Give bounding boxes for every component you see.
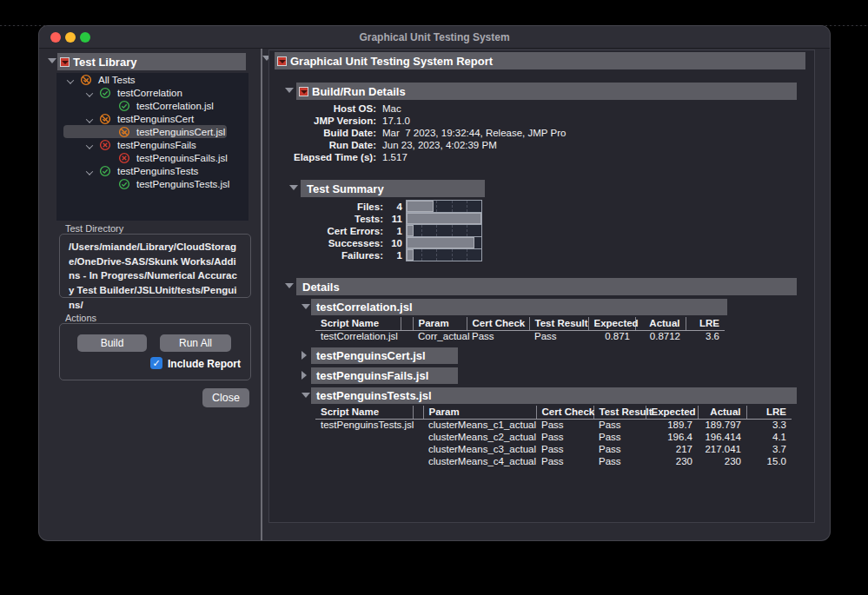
table-cell: 15.0: [746, 455, 792, 467]
expander-chevron-icon[interactable]: [86, 89, 93, 96]
close-button[interactable]: Close: [202, 388, 249, 407]
table-cell: 196.414: [698, 431, 746, 443]
tree-item-label: All Tests: [98, 75, 136, 85]
build-run-disclosure-icon[interactable]: [285, 88, 294, 93]
tree-item[interactable]: testPenguinsFails.jsl: [56, 151, 248, 164]
table-cell: Pass: [593, 431, 646, 443]
table-cell: 230: [646, 455, 698, 467]
pass-check-icon: [99, 87, 111, 99]
table-cell: 4.1: [746, 431, 792, 443]
field-value: 1.517: [382, 152, 407, 162]
tree-item-label: testPenguinsTests: [117, 166, 198, 176]
column-header: Param: [413, 317, 467, 330]
table-cell: 0.8712: [635, 330, 686, 342]
tree-item[interactable]: testPenguinsTests: [56, 164, 248, 177]
chart-bar: [407, 225, 414, 236]
expander-chevron-icon[interactable]: [86, 142, 93, 149]
table-cell: clusterMeans_c1_actual: [423, 419, 536, 431]
hotspot-menu-icon[interactable]: [60, 57, 70, 67]
expander-chevron-icon[interactable]: [67, 76, 74, 83]
table-cell: Corr_actual: [413, 330, 467, 342]
tree-item-label: testPenguinsFails: [117, 140, 196, 150]
table-cell: 217.041: [698, 443, 746, 455]
test-library-disclosure-icon[interactable]: [48, 58, 56, 63]
gridline: [452, 201, 453, 212]
table-cell: 0.871: [588, 330, 635, 342]
table-cell: [315, 455, 413, 467]
table-cell: Pass: [593, 419, 646, 431]
tree-item[interactable]: testPenguinsCert: [56, 112, 248, 125]
include-report-label: Include Report: [168, 358, 241, 370]
chart-bar: [407, 249, 414, 261]
chevron-slot: [103, 154, 117, 162]
expander-chevron-icon[interactable]: [86, 116, 93, 122]
chevron-slot: [103, 102, 117, 110]
table-cell: [315, 443, 413, 455]
test-directory-label: Test Directory: [65, 223, 123, 234]
title-bar[interactable]: Graphical Unit Testing System: [39, 26, 830, 49]
tree-item[interactable]: testCorrelation.jsl: [56, 99, 248, 112]
table-cell: 217: [646, 443, 698, 455]
table-cell: Pass: [529, 330, 588, 342]
details-disclosure-icon[interactable]: [285, 283, 294, 288]
build-run-header: Build/Run Details: [296, 83, 797, 100]
report-panel: Graphical Unit Testing System Report Bui…: [268, 50, 815, 523]
section-header: testPenguinsCert.jsl: [311, 347, 458, 364]
section-disclosure-icon[interactable]: [301, 371, 307, 380]
chevron-slot: [65, 76, 79, 84]
tree-item-label: testCorrelation: [117, 88, 182, 98]
table-cell: Pass: [536, 455, 593, 467]
table-cell: 196.4: [646, 431, 698, 443]
build-button[interactable]: Build: [77, 334, 147, 352]
table-cell: [413, 431, 423, 443]
report-header: Graphical Unit Testing System Report: [275, 52, 805, 69]
tree-item[interactable]: testPenguinsCert.jsl: [56, 125, 248, 138]
gridline: [467, 201, 467, 212]
expander-chevron-icon[interactable]: [86, 168, 93, 175]
actions-label: Actions: [65, 313, 96, 323]
chevron-slot: [103, 128, 117, 136]
tree-item-label: testPenguinsFails.jsl: [136, 153, 228, 163]
table-cell: 3.6: [686, 330, 725, 342]
table-row: clusterMeans_c4_actualPassPass23023015.0: [315, 455, 792, 467]
test-summary-disclosure-icon[interactable]: [289, 185, 298, 190]
tree-item[interactable]: testPenguinsFails: [56, 138, 248, 151]
chart-bar-track: [406, 212, 482, 225]
field-label: JMP Version:: [269, 116, 376, 126]
field-label: Host OS:: [269, 103, 376, 114]
gridline: [467, 225, 467, 236]
table-cell: [413, 419, 423, 431]
section-header: testPenguinsFails.jsl: [311, 367, 458, 384]
tree-item[interactable]: All Tests: [56, 73, 248, 86]
results-table: Script NameParamCert CheckTest ResultExp…: [315, 406, 792, 467]
section-disclosure-icon[interactable]: [301, 304, 310, 309]
run-all-button[interactable]: Run All: [160, 334, 231, 352]
column-header: Cert Check: [536, 406, 593, 419]
chart-row: Successes:10: [269, 236, 482, 249]
table-cell: 3.7: [746, 443, 792, 455]
section-title: testPenguinsCert.jsl: [316, 349, 426, 362]
include-report-checkbox[interactable]: ✓: [150, 357, 162, 369]
section-disclosure-icon[interactable]: [301, 393, 310, 398]
table-cell: Pass: [593, 443, 646, 455]
section-disclosure-icon[interactable]: [301, 351, 307, 360]
tree-item[interactable]: testPenguinsTests.jsl: [56, 177, 248, 190]
build-run-field: Build Date:Mar 7 2023, 19:32:44, Release…: [269, 128, 791, 140]
hotspot-menu-icon[interactable]: [299, 87, 308, 96]
test-summary-title: Test Summary: [303, 182, 384, 195]
field-value: Jun 23, 2023, 4:02:39 PM: [382, 140, 497, 150]
tree-item-label: testPenguinsCert: [117, 114, 194, 124]
table-cell: Pass: [536, 419, 593, 431]
hotspot-menu-icon[interactable]: [277, 56, 287, 66]
table-cell: clusterMeans_c3_actual: [423, 443, 536, 455]
panel-divider[interactable]: [261, 49, 262, 540]
column-header: [413, 406, 423, 419]
gridline: [421, 225, 422, 236]
tree-item[interactable]: testCorrelation: [56, 86, 248, 99]
column-header: Test Result: [529, 317, 588, 330]
chart-bar: [407, 237, 474, 248]
gridline: [452, 225, 453, 236]
test-directory-box[interactable]: /Users/miande/Library/CloudStorage/OneDr…: [59, 234, 251, 298]
section-title: testCorrelation.jsl: [316, 301, 413, 314]
column-header: Actual: [698, 406, 746, 419]
